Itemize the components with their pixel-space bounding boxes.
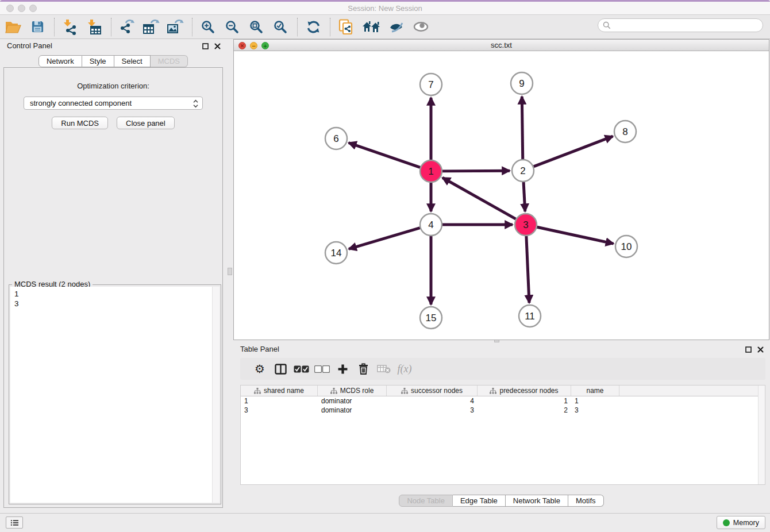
- cell-predecessor-nodes[interactable]: 1: [478, 396, 571, 406]
- close-panel-pushbutton[interactable]: Close panel: [117, 117, 175, 129]
- cell-mcds-role[interactable]: dominator: [318, 396, 387, 406]
- tab-motifs[interactable]: Motifs: [568, 495, 604, 507]
- delete-table-icon: [377, 364, 391, 373]
- graph-node-6[interactable]: 6: [325, 128, 347, 149]
- graph-edge-3-1[interactable]: [442, 178, 516, 219]
- graph-edge-2-9[interactable]: [522, 97, 522, 159]
- tab-network[interactable]: Network: [38, 55, 82, 67]
- select-all-button[interactable]: [291, 360, 311, 377]
- tab-edge-table[interactable]: Edge Table: [453, 495, 506, 507]
- graph-node-9[interactable]: 9: [511, 72, 533, 94]
- table-settings-button[interactable]: ⚙: [249, 360, 270, 377]
- deselect-all-button[interactable]: [311, 360, 332, 377]
- vertical-splitter-grip[interactable]: [228, 268, 232, 275]
- graph-edge-3-10[interactable]: [537, 227, 614, 244]
- tab-node-table[interactable]: Node Table: [399, 495, 453, 507]
- toolbar-separator: [111, 18, 111, 36]
- memory-button[interactable]: Memory: [717, 516, 765, 529]
- houses-icon: [362, 21, 380, 33]
- column-header-name[interactable]: name: [571, 385, 619, 396]
- delete-table-button-disabled: [374, 360, 394, 377]
- zoom-out-button[interactable]: [224, 18, 241, 36]
- svg-text:9: 9: [519, 78, 524, 89]
- network-canvas[interactable]: 7968124314101511: [234, 51, 769, 340]
- graph-edge-1-2[interactable]: [442, 171, 510, 171]
- gear-icon: ⚙: [255, 363, 265, 375]
- export-image-button[interactable]: [167, 18, 184, 36]
- cell-name[interactable]: 3: [571, 406, 619, 415]
- network-window-titlebar[interactable]: ✕ − + scc.txt: [234, 40, 769, 51]
- cell-mcds-role[interactable]: dominator: [318, 406, 387, 415]
- table-scrollbar[interactable]: [758, 385, 765, 484]
- graph-edge-2-3[interactable]: [523, 182, 525, 211]
- first-neighbors-button[interactable]: [361, 18, 381, 36]
- graph-edge-1-6[interactable]: [349, 143, 420, 168]
- column-header-successor-nodes[interactable]: successor nodes: [387, 385, 478, 396]
- table-panel-title: Table Panel: [240, 345, 279, 353]
- open-file-button[interactable]: [5, 18, 22, 36]
- delete-column-button[interactable]: [353, 360, 374, 377]
- refresh-layout-button[interactable]: [305, 18, 322, 36]
- save-session-button[interactable]: [29, 18, 46, 36]
- float-panel-button[interactable]: [202, 43, 209, 50]
- cell-shared-name[interactable]: 1: [241, 396, 318, 406]
- import-table-button[interactable]: [86, 18, 103, 36]
- graph-node-14[interactable]: 14: [325, 242, 347, 264]
- graph-edge-4-14[interactable]: [349, 228, 420, 249]
- tab-mcds[interactable]: MCDS: [151, 55, 188, 67]
- cell-successor-nodes[interactable]: 3: [387, 406, 478, 415]
- show-columns-button[interactable]: [270, 360, 291, 377]
- export-network-button[interactable]: [118, 18, 136, 36]
- search-box[interactable]: [598, 18, 763, 32]
- list-icon: [10, 519, 19, 526]
- tab-select[interactable]: Select: [114, 55, 151, 67]
- toolbar-separator: [54, 18, 55, 36]
- graph-node-10[interactable]: 10: [615, 236, 637, 257]
- task-history-button[interactable]: [6, 516, 23, 529]
- bird-eye-view-button[interactable]: [412, 18, 429, 36]
- optimization-criterion-select[interactable]: strongly connected component: [24, 97, 203, 110]
- cell-shared-name[interactable]: 3: [241, 406, 318, 415]
- svg-text:3: 3: [523, 219, 528, 230]
- column-header-shared-name[interactable]: shared name: [241, 385, 318, 396]
- search-input[interactable]: [614, 21, 752, 30]
- table-row[interactable]: 3dominator323: [241, 406, 765, 415]
- table-close-button[interactable]: [757, 346, 764, 353]
- svg-text:6: 6: [333, 133, 338, 144]
- column-header-mcds-role[interactable]: MCDS role: [318, 385, 387, 396]
- zoom-in-button[interactable]: [199, 18, 217, 36]
- export-table-button[interactable]: [143, 18, 160, 36]
- zoom-selected-button[interactable]: [272, 18, 289, 36]
- graph-node-1[interactable]: 1: [420, 160, 442, 182]
- graph-node-2[interactable]: 2: [512, 160, 534, 182]
- add-column-button[interactable]: [332, 360, 353, 377]
- zoom-fit-button[interactable]: [248, 18, 265, 36]
- node-table: shared nameMCDS rolesuccessor nodesprede…: [240, 385, 765, 485]
- result-scrollbar[interactable]: [212, 287, 220, 503]
- cell-successor-nodes[interactable]: 4: [387, 396, 478, 406]
- graph-node-15[interactable]: 15: [420, 307, 442, 329]
- graph-node-3[interactable]: 3: [515, 214, 537, 236]
- table-float-button[interactable]: [745, 346, 752, 353]
- duplicate-network-button[interactable]: [337, 18, 355, 36]
- toolbar-separator: [297, 18, 298, 36]
- tab-network-table[interactable]: Network Table: [506, 495, 568, 507]
- column-header-predecessor-nodes[interactable]: predecessor nodes: [478, 385, 571, 396]
- table-row[interactable]: 1dominator411: [241, 396, 765, 406]
- cell-predecessor-nodes[interactable]: 2: [478, 406, 571, 415]
- import-table-icon: [86, 19, 102, 35]
- close-panel-button[interactable]: [214, 43, 221, 50]
- graph-edge-2-8[interactable]: [534, 136, 613, 167]
- import-network-button[interactable]: [61, 18, 79, 36]
- tab-style[interactable]: Style: [82, 55, 114, 67]
- cell-name[interactable]: 1: [571, 396, 619, 406]
- network-graph[interactable]: 7968124314101511: [234, 51, 769, 340]
- graph-node-11[interactable]: 11: [519, 305, 541, 327]
- graph-node-8[interactable]: 8: [614, 121, 636, 142]
- graph-node-7[interactable]: 7: [420, 74, 442, 95]
- run-mcds-button[interactable]: Run MCDS: [52, 117, 108, 129]
- graph-edge-3-11[interactable]: [526, 236, 529, 303]
- graph-node-4[interactable]: 4: [420, 214, 442, 236]
- svg-text:15: 15: [426, 313, 437, 323]
- hide-graphics-details-button[interactable]: [388, 18, 405, 36]
